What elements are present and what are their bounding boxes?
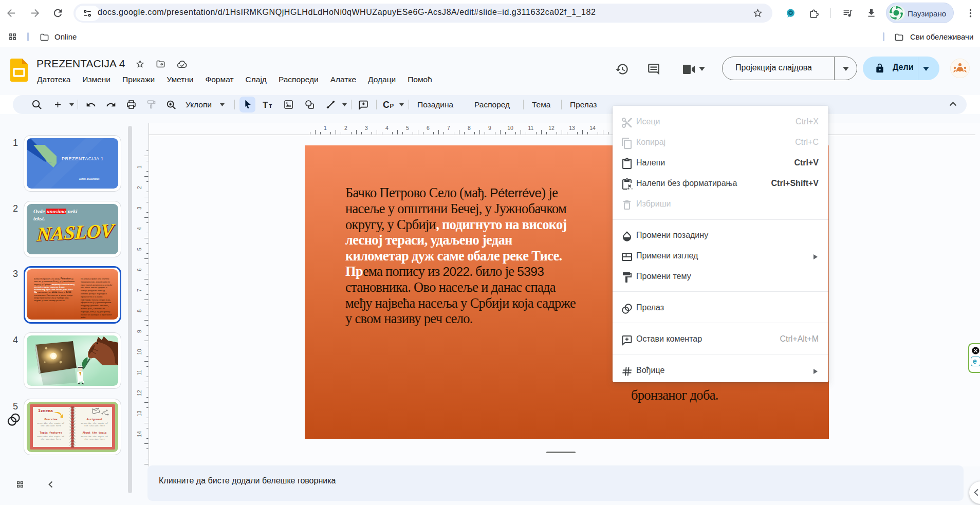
svg-text:2: 2 [136, 186, 142, 189]
svg-text:8: 8 [136, 309, 142, 312]
svg-text:P: P [390, 103, 394, 109]
svg-text:14: 14 [136, 431, 142, 437]
svg-text:7: 7 [136, 289, 142, 292]
svg-text:12: 12 [548, 125, 554, 131]
svg-text:Т: Т [263, 100, 268, 109]
svg-text:11: 11 [528, 125, 534, 131]
svg-text:2: 2 [344, 125, 347, 131]
svg-text:C: C [383, 100, 390, 109]
svg-text:12: 12 [136, 390, 142, 396]
svg-text:10: 10 [136, 349, 142, 355]
svg-text:13: 13 [136, 410, 142, 417]
svg-text:6: 6 [427, 125, 430, 131]
svg-text:9: 9 [136, 330, 142, 333]
svg-text:1: 1 [136, 165, 142, 169]
svg-text:13: 13 [569, 125, 575, 131]
svg-text:7: 7 [447, 125, 450, 131]
svg-text:10: 10 [507, 125, 513, 131]
svg-text:3: 3 [365, 125, 368, 131]
svg-text:8: 8 [468, 125, 471, 131]
svg-text:11: 11 [136, 369, 142, 375]
svg-text:4: 4 [136, 227, 142, 230]
svg-text:1: 1 [324, 125, 327, 131]
svg-text:т: т [269, 102, 272, 109]
svg-text:9: 9 [488, 125, 491, 131]
svg-text:5: 5 [406, 125, 409, 131]
svg-text:5: 5 [136, 248, 142, 251]
svg-text:6: 6 [136, 268, 142, 271]
svg-text:14: 14 [589, 125, 596, 131]
svg-text:3: 3 [136, 207, 142, 210]
svg-text:4: 4 [385, 125, 389, 131]
